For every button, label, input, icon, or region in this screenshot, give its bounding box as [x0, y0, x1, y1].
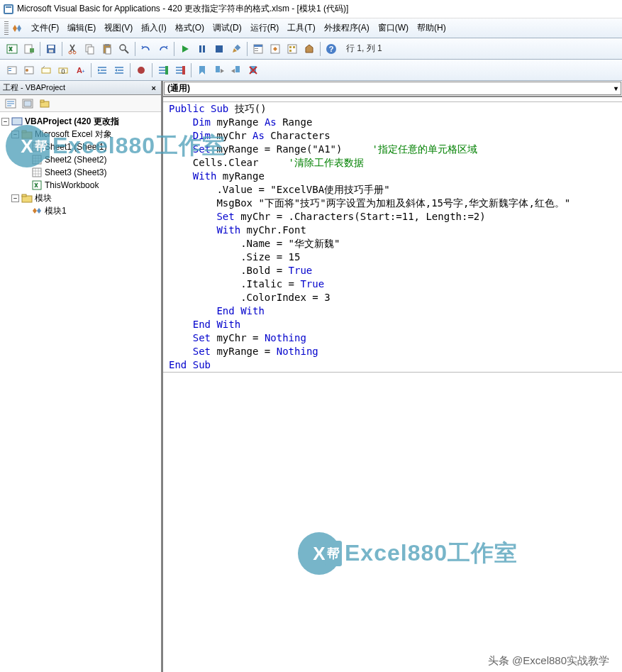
- code-dropdown-bar: (通用): [163, 81, 622, 97]
- svg-text:+: +: [82, 68, 85, 75]
- break-icon[interactable]: [194, 41, 210, 57]
- svg-rect-37: [42, 68, 50, 73]
- menu-window[interactable]: 窗口(W): [374, 20, 413, 36]
- svg-rect-58: [33, 155, 41, 164]
- list-properties-icon[interactable]: [4, 62, 20, 78]
- svg-rect-60: [33, 181, 41, 189]
- app-icon: [3, 4, 14, 15]
- svg-rect-44: [182, 66, 185, 75]
- svg-rect-59: [33, 168, 41, 177]
- menu-debug[interactable]: 调试(D): [209, 20, 246, 36]
- svg-rect-22: [254, 45, 262, 47]
- uncomment-block-icon[interactable]: [172, 62, 188, 78]
- view-object-icon[interactable]: [20, 96, 35, 111]
- svg-rect-56: [22, 131, 26, 133]
- parameter-info-icon[interactable]: (): [55, 62, 71, 78]
- svg-rect-26: [288, 45, 296, 53]
- menu-view[interactable]: 视图(V): [100, 20, 137, 36]
- find-icon[interactable]: [116, 41, 132, 57]
- workbook-icon: [31, 180, 43, 190]
- menu-insert[interactable]: 插入(I): [137, 20, 170, 36]
- svg-rect-5: [30, 48, 34, 53]
- redo-icon[interactable]: [155, 41, 171, 57]
- tree-module1[interactable]: 模块1: [1, 204, 160, 217]
- svg-rect-18: [203, 45, 205, 53]
- svg-rect-53: [40, 100, 44, 102]
- module-icon: [31, 206, 43, 216]
- svg-rect-19: [216, 45, 223, 53]
- toolbox-icon[interactable]: [301, 41, 317, 57]
- object-browser-icon[interactable]: [284, 41, 300, 57]
- tree-excel-objects[interactable]: − Microsoft Excel 对象: [1, 128, 160, 141]
- undo-icon[interactable]: [138, 41, 154, 57]
- bookmark-next-icon[interactable]: [211, 62, 227, 78]
- menu-run[interactable]: 运行(R): [246, 20, 284, 36]
- bookmark-prev-icon[interactable]: [228, 62, 244, 78]
- list-constants-icon[interactable]: [21, 62, 37, 78]
- cut-icon[interactable]: [65, 41, 81, 57]
- menu-help[interactable]: 帮助(H): [413, 20, 450, 36]
- worksheet-icon: [31, 142, 43, 152]
- collapse-icon[interactable]: −: [1, 118, 9, 126]
- tree-sheet2[interactable]: Sheet2 (Sheet2): [1, 153, 160, 166]
- menu-edit[interactable]: 编辑(E): [63, 20, 100, 36]
- footer-credit: 头条 @Excel880实战教学: [488, 654, 609, 668]
- run-icon[interactable]: [177, 41, 193, 57]
- tree-sheet1[interactable]: Sheet1 (Sheet1): [1, 141, 160, 153]
- cursor-position: 行 1, 列 1: [346, 43, 382, 55]
- svg-rect-15: [106, 48, 111, 54]
- tree-sheet3[interactable]: Sheet3 (Sheet3): [1, 166, 160, 179]
- close-icon[interactable]: ×: [150, 84, 158, 92]
- svg-text:(): (): [61, 67, 65, 74]
- indent-icon[interactable]: [94, 62, 110, 78]
- complete-word-icon[interactable]: A+: [72, 62, 88, 78]
- quick-info-icon[interactable]: [38, 62, 54, 78]
- titlebar-text: Microsoft Visual Basic for Applications …: [17, 3, 348, 15]
- design-mode-icon[interactable]: [228, 41, 244, 57]
- project-explorer-title-text: 工程 - VBAProject: [3, 82, 65, 93]
- code-editor[interactable]: Public Sub 技巧() Dim myRange As Range Dim…: [163, 97, 622, 672]
- collapse-icon[interactable]: −: [11, 194, 19, 202]
- project-explorer-icon[interactable]: [250, 41, 266, 57]
- reset-icon[interactable]: [211, 41, 227, 57]
- project-toolbar: [0, 95, 161, 112]
- project-icon: [11, 116, 23, 126]
- project-tree: − VBAProject (420 更改指 − Microsoft Excel …: [0, 112, 161, 672]
- svg-rect-29: [289, 50, 291, 52]
- svg-rect-47: [235, 66, 240, 72]
- save-icon[interactable]: [43, 41, 59, 57]
- svg-text:?: ?: [329, 45, 334, 53]
- menu-file[interactable]: 文件(F): [27, 20, 63, 36]
- comment-block-icon[interactable]: [155, 62, 171, 78]
- view-excel-icon[interactable]: [4, 41, 20, 57]
- outdent-icon[interactable]: [111, 62, 127, 78]
- menu-tools[interactable]: 工具(T): [283, 20, 319, 36]
- paste-icon[interactable]: [99, 41, 115, 57]
- project-explorer-title: 工程 - VBAProject ×: [0, 81, 161, 95]
- svg-rect-2: [6, 6, 11, 8]
- standard-toolbar: ? 行 1, 列 1: [0, 38, 622, 60]
- svg-rect-46: [216, 66, 220, 72]
- copy-icon[interactable]: [82, 41, 98, 57]
- tree-modules[interactable]: − 模块: [1, 192, 160, 204]
- properties-icon[interactable]: [267, 41, 283, 57]
- view-code-icon[interactable]: [3, 96, 18, 111]
- tree-root[interactable]: − VBAProject (420 更改指: [1, 115, 160, 128]
- breakpoint-icon[interactable]: [133, 62, 149, 78]
- bookmark-toggle-icon[interactable]: [194, 62, 210, 78]
- menu-format[interactable]: 格式(O): [171, 20, 209, 36]
- insert-module-icon[interactable]: [21, 41, 37, 57]
- svg-rect-24: [255, 50, 258, 51]
- svg-rect-43: [165, 66, 168, 75]
- svg-rect-54: [12, 118, 22, 125]
- tree-thisworkbook[interactable]: ThisWorkbook: [1, 179, 160, 192]
- menu-addins[interactable]: 外接程序(A): [320, 20, 374, 36]
- toggle-folders-icon[interactable]: [37, 96, 52, 111]
- help-icon[interactable]: ?: [323, 41, 339, 57]
- toolbar-grip[interactable]: [4, 21, 9, 35]
- bookmark-clear-icon[interactable]: [245, 62, 261, 78]
- svg-point-16: [120, 45, 126, 50]
- collapse-icon[interactable]: −: [11, 131, 19, 138]
- object-dropdown[interactable]: (通用): [164, 82, 621, 95]
- svg-point-42: [138, 67, 145, 74]
